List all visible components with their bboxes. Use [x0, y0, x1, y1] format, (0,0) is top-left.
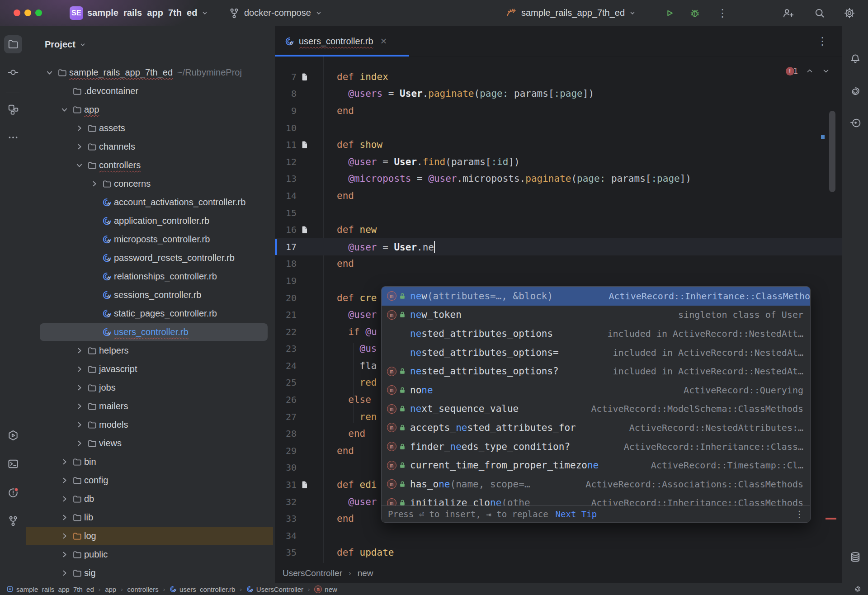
ai-assistant-icon[interactable] — [854, 585, 862, 593]
tree-item-models[interactable]: models — [26, 416, 275, 434]
editor-area[interactable]: users_controller.rb × ⋮ 7def index8 @use… — [275, 26, 842, 583]
breadcrumb-userscontroller[interactable]: UsersController — [283, 568, 342, 578]
tree-item-users-controller-rb[interactable]: users_controller.rb — [26, 323, 275, 341]
status-crumb-sample-rails-app-7th-ed[interactable]: sample_rails_app_7th_ed — [6, 586, 94, 593]
tree-item-public[interactable]: public — [26, 545, 275, 564]
tree-item-jobs[interactable]: jobs — [26, 378, 275, 397]
tree-item-helpers[interactable]: helpers — [26, 341, 275, 360]
tree-item-controllers[interactable]: controllers — [26, 156, 275, 175]
terminal-tool-button[interactable] — [4, 455, 22, 473]
inspections-widget[interactable]: ! 1 — [786, 66, 830, 76]
chevron-right-icon[interactable] — [87, 179, 101, 189]
chevron-right-icon[interactable] — [72, 346, 86, 355]
chevron-right-icon[interactable] — [72, 364, 86, 374]
minimize-window-button[interactable] — [24, 9, 31, 16]
completion-item-has-one[interactable]: mhas_one(name, scope=…ActiveRecord::Asso… — [382, 475, 810, 494]
run-button[interactable] — [664, 0, 675, 26]
completion-item-nested-attributes-options[interactable]: mnested_attributes_optionsincluded in Ac… — [382, 324, 810, 343]
settings-button[interactable] — [844, 0, 855, 26]
tree-item-password-resets-controller-rb[interactable]: password_resets_controller.rb — [26, 249, 275, 267]
chevron-right-icon[interactable] — [57, 476, 71, 485]
search-everywhere-button[interactable] — [814, 0, 826, 26]
status-crumb-controllers[interactable]: controllers — [127, 586, 159, 593]
close-icon[interactable]: × — [381, 36, 387, 47]
editor-scrollbar[interactable] — [829, 111, 835, 192]
status-crumb-app[interactable]: app — [105, 586, 116, 593]
editor-options-kebab-icon[interactable]: ⋮ — [817, 35, 828, 47]
debug-button[interactable] — [689, 0, 701, 26]
code-with-me-button[interactable] — [782, 0, 794, 26]
kebab-icon[interactable]: ⋮ — [795, 509, 804, 519]
vcs-branch-widget[interactable]: docker-compose — [228, 0, 322, 26]
next-problem-chevron-down-icon[interactable] — [821, 66, 830, 76]
code-editor[interactable]: 7def index8 @users = User.paginate(page:… — [275, 57, 842, 563]
zoom-window-button[interactable] — [35, 9, 42, 16]
tree-item-javascript[interactable]: javascript — [26, 360, 275, 378]
tree-item-application-controller-rb[interactable]: application_controller.rb — [26, 212, 275, 230]
completion-item-new[interactable]: mnew(attributes=…, &block)ActiveRecord::… — [382, 287, 810, 306]
tree-item-lib[interactable]: lib — [26, 508, 275, 527]
more-run-actions-button[interactable]: ⋮ — [717, 0, 728, 26]
database-tool-button[interactable] — [846, 548, 864, 566]
chevron-right-icon[interactable] — [57, 513, 71, 522]
status-crumb-new[interactable]: mnew — [314, 586, 337, 593]
project-tool-button[interactable] — [4, 35, 22, 53]
tab-users-controller[interactable]: users_controller.rb × — [275, 26, 397, 57]
completion-item-accepts-nested-attributes-for[interactable]: maccepts_nested_attributes_forActiveReco… — [382, 418, 810, 437]
chevron-right-icon[interactable] — [72, 439, 86, 448]
ai-assistant-tool-button[interactable] — [846, 82, 864, 100]
tree-item-app[interactable]: app — [26, 100, 275, 119]
completion-item-new-token[interactable]: mnew_tokensingleton class of User — [382, 306, 810, 325]
completion-item-nested-attributes-options[interactable]: mnested_attributes_options?included in A… — [382, 362, 810, 381]
tree-item-sig[interactable]: sig — [26, 564, 275, 582]
completion-item-initialize-clone[interactable]: minitialize_clone(otheActiveRecord::Inhe… — [382, 494, 810, 505]
notifications-tool-button[interactable] — [846, 50, 864, 68]
chevron-right-icon[interactable] — [72, 383, 86, 392]
tree-item-views[interactable]: views — [26, 434, 275, 453]
tree-item-mailers[interactable]: mailers — [26, 397, 275, 416]
chevron-down-icon[interactable] — [72, 161, 86, 170]
services-tool-button[interactable] — [4, 426, 22, 444]
status-crumb-userscontroller[interactable]: UsersController — [246, 586, 303, 593]
profiler-tool-button[interactable] — [846, 114, 864, 132]
tree-item-concerns[interactable]: concerns — [26, 175, 275, 193]
tree-item-db[interactable]: db — [26, 490, 275, 508]
next-tip-link[interactable]: Next Tip — [556, 509, 597, 519]
run-configuration-widget[interactable]: sample_rails_app_7th_ed — [505, 0, 636, 26]
project-widget[interactable]: SE sample_rails_app_7th_ed — [70, 0, 208, 26]
structure-tool-button[interactable] — [4, 100, 22, 118]
tree-item-microposts-controller-rb[interactable]: microposts_controller.rb — [26, 230, 275, 249]
tree-item-bin[interactable]: bin — [26, 453, 275, 471]
version-control-tool-button[interactable] — [4, 512, 22, 530]
chevron-right-icon[interactable] — [72, 420, 86, 430]
chevron-right-icon[interactable] — [72, 401, 86, 411]
chevron-right-icon[interactable] — [57, 494, 71, 504]
tree-item-static-pages-controller-rb[interactable]: static_pages_controller.rb — [26, 304, 275, 323]
completion-item-next-sequence-value[interactable]: mnext_sequence_valueActiveRecord::ModelS… — [382, 400, 810, 419]
status-crumb-users-controller-rb[interactable]: users_controller.rb — [170, 586, 235, 593]
tree-item-config[interactable]: config — [26, 471, 275, 490]
chevron-down-icon[interactable] — [42, 68, 56, 77]
completion-item-current-time-from-proper-timezone[interactable]: mcurrent_time_from_proper_timezoneActive… — [382, 456, 810, 475]
completion-item-none[interactable]: mnoneActiveRecord::Querying — [382, 381, 810, 400]
close-window-button[interactable] — [14, 9, 20, 16]
project-panel-header[interactable]: Project — [26, 26, 275, 63]
commit-tool-button[interactable] — [4, 63, 22, 81]
completion-item-finder-needs-type-condition[interactable]: mfinder_needs_type_condition?ActiveRecor… — [382, 437, 810, 456]
more-tool-button[interactable] — [4, 128, 22, 146]
chevron-down-icon[interactable] — [57, 105, 71, 114]
chevron-right-icon[interactable] — [72, 142, 86, 151]
chevron-right-icon[interactable] — [72, 123, 86, 133]
problems-tool-button[interactable] — [4, 483, 22, 501]
tree-item-channels[interactable]: channels — [26, 137, 275, 156]
tree-item-assets[interactable]: assets — [26, 119, 275, 137]
tree-item-sessions-controller-rb[interactable]: sessions_controller.rb — [26, 286, 275, 304]
chevron-right-icon[interactable] — [57, 531, 71, 541]
tree-item-account-activations-controller-rb[interactable]: account_activations_controller.rb — [26, 193, 275, 212]
breadcrumb-new[interactable]: new — [358, 568, 373, 578]
tree-item-relationships-controller-rb[interactable]: relationships_controller.rb — [26, 267, 275, 286]
tree-item-sample-rails-app-7th-ed[interactable]: sample_rails_app_7th_ed~/RubymineProj — [26, 63, 275, 82]
previous-problem-chevron-up-icon[interactable] — [805, 66, 814, 76]
chevron-right-icon[interactable] — [57, 568, 71, 578]
completion-item-nested-attributes-options[interactable]: mnested_attributes_options=included in A… — [382, 343, 810, 362]
